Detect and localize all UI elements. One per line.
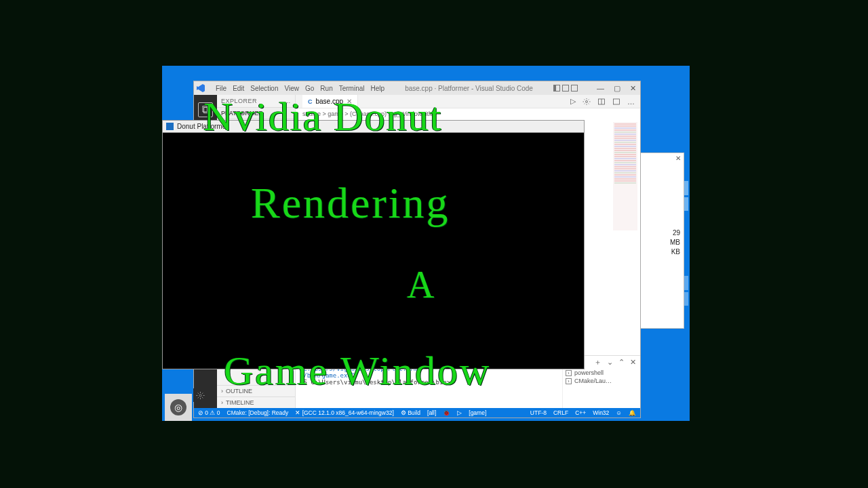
explorer-icon[interactable] bbox=[198, 102, 213, 117]
cpp-file-icon: C bbox=[308, 98, 313, 105]
more-icon[interactable]: … bbox=[627, 98, 635, 106]
taskbar-app-icon[interactable]: ◎ bbox=[165, 394, 192, 421]
game-window[interactable]: Donut Platformer bbox=[162, 120, 585, 369]
bell-icon[interactable]: 🔔 bbox=[629, 409, 636, 416]
menu-bar: File Edit Selection View Go Run Terminal… bbox=[216, 85, 384, 92]
timeline-section[interactable]: TIMELINE bbox=[226, 399, 254, 406]
window-title: base.cpp · Platformer - Visual Studio Co… bbox=[391, 85, 547, 92]
tabs-row: C base.cpp ✕ ▷ … bbox=[296, 95, 640, 108]
menu-help[interactable]: Help bbox=[371, 85, 385, 92]
status-build[interactable]: ⚙ Build bbox=[401, 409, 420, 416]
status-target[interactable]: [all] bbox=[427, 409, 436, 416]
chevron-down-icon[interactable]: ⌄ bbox=[607, 358, 613, 367]
game-window-title: Donut Platformer bbox=[177, 123, 229, 130]
layout-controls[interactable] bbox=[553, 85, 578, 92]
status-run-icon[interactable]: ▷ bbox=[457, 409, 462, 416]
gear-icon[interactable] bbox=[583, 98, 591, 106]
menu-selection[interactable]: Selection bbox=[250, 85, 278, 92]
menu-edit[interactable]: Edit bbox=[233, 85, 244, 92]
tab-label: base.cpp bbox=[316, 98, 344, 105]
run-icon[interactable]: ▷ bbox=[570, 97, 576, 106]
status-cmake[interactable]: CMake: [Debug]: Ready bbox=[227, 409, 289, 416]
terminal-instance[interactable]: ›CMake/Lau… bbox=[566, 378, 637, 384]
more-icon[interactable]: … bbox=[285, 98, 292, 104]
menu-go[interactable]: Go bbox=[305, 85, 314, 92]
breadcrumb[interactable]: source > game > (C:/base.cpp) > g_Window… bbox=[296, 108, 640, 119]
svg-point-6 bbox=[199, 394, 201, 396]
status-bar: ⊘ 0 ⚠ 0 CMake: [Debug]: Ready ✕ [GCC 12.… bbox=[194, 408, 640, 418]
status-language[interactable]: C++ bbox=[575, 409, 586, 416]
terminal-icon: › bbox=[566, 370, 572, 376]
new-terminal-icon[interactable]: ＋ bbox=[594, 357, 601, 367]
game-title-bar[interactable]: Donut Platformer bbox=[162, 120, 585, 132]
stat-line: 29 bbox=[670, 228, 680, 238]
vscode-logo-icon bbox=[197, 84, 205, 92]
title-bar[interactable]: File Edit Selection View Go Run Terminal… bbox=[194, 81, 640, 95]
stat-line: MB bbox=[670, 238, 680, 247]
minimap[interactable] bbox=[613, 122, 637, 230]
menu-terminal[interactable]: Terminal bbox=[339, 85, 365, 92]
game-viewport[interactable] bbox=[162, 132, 585, 369]
maximize-icon[interactable]: ▢ bbox=[614, 84, 620, 93]
chevron-right-icon[interactable]: › bbox=[221, 388, 223, 394]
app-icon bbox=[166, 123, 174, 130]
menu-file[interactable]: File bbox=[216, 85, 226, 92]
terminal-prompt: PS C:\Users\vigmu\Desktop\Platformer\bin… bbox=[300, 379, 450, 386]
outline-section[interactable]: OUTLINE bbox=[226, 388, 252, 394]
split-icon[interactable] bbox=[597, 98, 606, 106]
feedback-icon[interactable]: ☺ bbox=[616, 409, 622, 416]
status-problems[interactable]: ⊘ 0 ⚠ 0 bbox=[198, 409, 220, 416]
status-eol[interactable]: CRLF bbox=[553, 409, 568, 416]
status-platform[interactable]: Win32 bbox=[593, 409, 609, 416]
status-encoding[interactable]: UTF-8 bbox=[530, 409, 547, 416]
status-kit[interactable]: ✕ [GCC 12.1.0 x86_64-w64-mingw32] bbox=[295, 409, 394, 416]
menu-view[interactable]: View bbox=[285, 85, 300, 92]
svg-rect-5 bbox=[614, 99, 620, 104]
terminal-line: r/bin/game.exe" bbox=[300, 372, 355, 379]
gear-icon[interactable] bbox=[193, 388, 207, 402]
terminal-instance[interactable]: ›powershell bbox=[566, 369, 637, 376]
svg-rect-1 bbox=[204, 108, 208, 113]
explorer-title: EXPLORER bbox=[221, 98, 257, 104]
stat-line: KB bbox=[670, 247, 680, 257]
tab-basecpp[interactable]: C base.cpp ✕ bbox=[302, 95, 358, 108]
chevron-up-icon[interactable]: ⌃ bbox=[618, 358, 625, 367]
svg-rect-0 bbox=[203, 106, 207, 112]
terminal-icon: › bbox=[566, 378, 572, 384]
windows-desktop: ✕ 29 MB KB File Edit Selection View Go R… bbox=[162, 66, 690, 421]
close-icon[interactable]: ✕ bbox=[630, 84, 636, 93]
minimize-icon[interactable]: — bbox=[597, 84, 604, 93]
layout-icon[interactable] bbox=[612, 98, 620, 106]
editor-actions: ▷ … bbox=[565, 95, 640, 108]
status-launch[interactable]: [game] bbox=[469, 409, 486, 416]
svg-point-2 bbox=[586, 100, 588, 102]
background-stats: 29 MB KB bbox=[670, 228, 680, 257]
chevron-right-icon[interactable]: › bbox=[221, 399, 223, 406]
project-header[interactable]: PLATFORMER bbox=[217, 107, 295, 119]
close-icon[interactable]: ✕ bbox=[675, 155, 681, 162]
obs-icon: ◎ bbox=[170, 399, 186, 415]
close-icon[interactable]: ✕ bbox=[630, 358, 636, 367]
menu-run[interactable]: Run bbox=[320, 85, 332, 92]
tab-close-icon[interactable]: ✕ bbox=[347, 98, 352, 105]
status-debug-icon[interactable]: 🐞 bbox=[443, 409, 450, 416]
